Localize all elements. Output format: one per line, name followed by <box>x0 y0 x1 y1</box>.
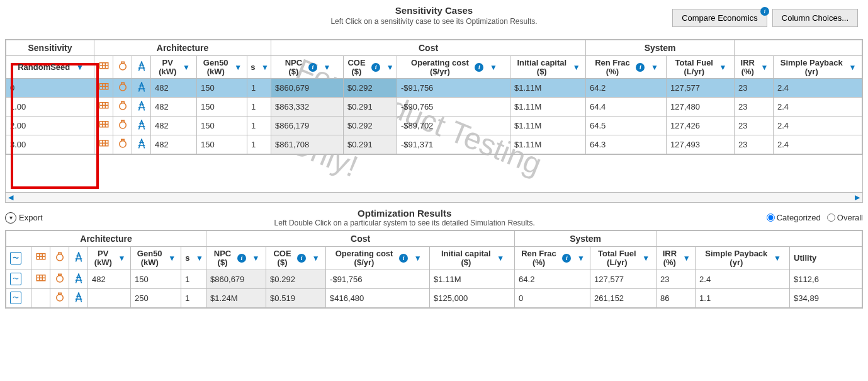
group-blank-2 <box>657 231 862 247</box>
table-row[interactable]: 〜4821501$860,679$0.292-$91,756$1.11M64.2… <box>6 270 862 288</box>
col-grid-icon-2[interactable] <box>69 247 88 270</box>
col-pv-2[interactable]: PV(kW) ▼ <box>88 247 131 270</box>
cell-coe: $0.292 <box>344 79 397 98</box>
cell-init: $125,000 <box>430 288 515 307</box>
pv-icon <box>94 117 113 135</box>
table-row[interactable]: 04821501$860,679$0.292-$91,756$1.11M64.2… <box>6 79 862 98</box>
filter-icon[interactable]: ▼ <box>312 254 320 263</box>
export-button[interactable]: ▾ Export <box>5 212 43 224</box>
filter-icon[interactable]: ▼ <box>683 254 690 263</box>
cell-gen: 150 <box>197 98 247 117</box>
col-detail-icon[interactable]: 〜 <box>6 247 31 270</box>
col-pv-icon-2[interactable] <box>31 247 50 270</box>
info-icon[interactable]: i <box>371 63 380 72</box>
col-opcost-2[interactable]: Operating cost($/yr) i ▼ <box>326 247 430 270</box>
info-icon[interactable]: i <box>636 63 645 72</box>
col-irr[interactable]: IRR(%) ▼ <box>735 56 774 79</box>
col-pv[interactable]: PV(kW) ▼ <box>151 56 197 79</box>
filter-icon[interactable]: ▼ <box>252 254 260 263</box>
col-pv-icon[interactable] <box>94 56 113 79</box>
cell-npc: $860,679 <box>206 270 266 288</box>
filter-icon[interactable]: ▼ <box>196 254 203 263</box>
table-row[interactable]: 〜2501$1.24M$0.519$416,480$125,0000261,15… <box>6 288 862 307</box>
filter-icon[interactable]: ▼ <box>642 254 650 263</box>
filter-icon[interactable]: ▼ <box>577 254 585 263</box>
filter-icon[interactable]: ▼ <box>761 63 769 72</box>
cell-fuel: 127,480 <box>667 98 735 117</box>
filter-icon[interactable]: ▼ <box>76 63 84 72</box>
filter-icon[interactable]: ▼ <box>774 254 781 263</box>
pv-icon <box>31 270 50 288</box>
cell-ren: 0 <box>515 288 590 307</box>
overall-radio[interactable]: Overall <box>827 213 863 222</box>
info-icon[interactable]: i <box>562 254 571 263</box>
filter-icon[interactable]: ▼ <box>414 254 422 263</box>
cell-s: 1 <box>181 270 206 288</box>
info-icon[interactable]: i <box>475 63 483 72</box>
col-coe[interactable]: COE($) i ▼ <box>344 56 397 79</box>
filter-icon[interactable]: ▼ <box>234 63 242 72</box>
info-icon[interactable]: i <box>399 254 408 263</box>
col-initcap-2[interactable]: Initial capital($) ▼ <box>430 247 515 270</box>
filter-icon[interactable]: ▼ <box>719 63 727 72</box>
cell-gen: 150 <box>197 135 247 154</box>
filter-icon[interactable]: ▼ <box>497 254 504 263</box>
gen-icon <box>113 79 132 98</box>
cell-ren: 64.3 <box>586 135 667 154</box>
info-icon[interactable]: i <box>308 63 317 72</box>
filter-icon[interactable]: ▼ <box>168 254 176 263</box>
filter-icon[interactable]: ▼ <box>848 63 856 72</box>
filter-icon[interactable]: ▼ <box>573 63 580 72</box>
info-icon[interactable]: i <box>297 254 306 263</box>
col-gen-icon[interactable] <box>113 56 132 79</box>
svg-rect-41 <box>59 274 62 275</box>
col-randomseed[interactable]: RandomSeed ▼ <box>6 56 94 79</box>
detail-button[interactable]: 〜 <box>6 288 31 307</box>
col-npc[interactable]: NPC($) i ▼ <box>271 56 344 79</box>
col-s-2[interactable]: s ▼ <box>181 247 206 270</box>
cell-ren: 64.4 <box>586 98 667 117</box>
col-gen-icon-2[interactable] <box>50 247 69 270</box>
table-row[interactable]: 2.004821501$866,179$0.292-$89,702$1.11M6… <box>6 117 862 135</box>
gen-icon <box>113 135 132 154</box>
cell-util: $112,6 <box>790 270 862 288</box>
col-totalfuel-2[interactable]: Total Fuel(L/yr) ▼ <box>590 247 657 270</box>
optimization-table: Architecture Cost System 〜 PV(kW) ▼ Gen5… <box>5 230 863 308</box>
compare-economics-button[interactable]: Compare Economicsi <box>672 9 767 27</box>
info-icon[interactable]: i <box>237 254 246 263</box>
filter-icon[interactable]: ▼ <box>183 63 190 72</box>
filter-icon[interactable]: ▼ <box>651 63 658 72</box>
filter-icon[interactable]: ▼ <box>118 254 125 263</box>
filter-icon[interactable]: ▼ <box>261 63 269 72</box>
table-row[interactable]: 1.004821501$863,332$0.291-$90,765$1.11M6… <box>6 98 862 117</box>
col-renfrac-2[interactable]: Ren Frac(%) i ▼ <box>515 247 590 270</box>
col-npc-2[interactable]: NPC($) i ▼ <box>206 247 266 270</box>
table-row[interactable]: 3.004821501$861,708$0.291-$91,371$1.11M6… <box>6 135 862 154</box>
cell-pv: 482 <box>151 135 197 154</box>
scroll-left-icon[interactable]: ◀ <box>6 193 16 202</box>
filter-icon[interactable]: ▼ <box>490 63 497 72</box>
col-payback-2[interactable]: Simple Payback(yr) ▼ <box>696 247 790 270</box>
results-title: Optimization Results <box>43 208 767 219</box>
scroll-right-icon[interactable]: ▶ <box>852 193 862 202</box>
col-s[interactable]: s ▼ <box>247 56 271 79</box>
col-gen[interactable]: Gen50(kW) ▼ <box>197 56 247 79</box>
col-payback[interactable]: Simple Payback(yr) ▼ <box>774 56 862 79</box>
column-choices-button[interactable]: Column Choices... <box>772 9 858 27</box>
col-grid-icon[interactable] <box>132 56 151 79</box>
col-opcost[interactable]: Operating cost($/yr) i ▼ <box>397 56 510 79</box>
filter-icon[interactable]: ▼ <box>386 63 394 72</box>
col-irr-2[interactable]: IRR(%) ▼ <box>657 247 696 270</box>
col-initcap[interactable]: Initial capital($) ▼ <box>510 56 586 79</box>
categorized-radio[interactable]: Categorized <box>767 213 821 222</box>
col-totalfuel[interactable]: Total Fuel(L/yr) ▼ <box>667 56 735 79</box>
cell-pv: 482 <box>88 270 131 288</box>
col-coe-2[interactable]: COE($) i ▼ <box>266 247 326 270</box>
col-renfrac[interactable]: Ren Frac(%) i ▼ <box>586 56 667 79</box>
horizontal-scrollbar[interactable]: ◀▶ <box>5 193 863 203</box>
cell-pb: 2.4 <box>774 79 862 98</box>
col-utility[interactable]: Utility <box>790 247 862 270</box>
filter-icon[interactable]: ▼ <box>323 63 330 72</box>
col-gen-2[interactable]: Gen50(kW) ▼ <box>131 247 181 270</box>
detail-button[interactable]: 〜 <box>6 270 31 288</box>
